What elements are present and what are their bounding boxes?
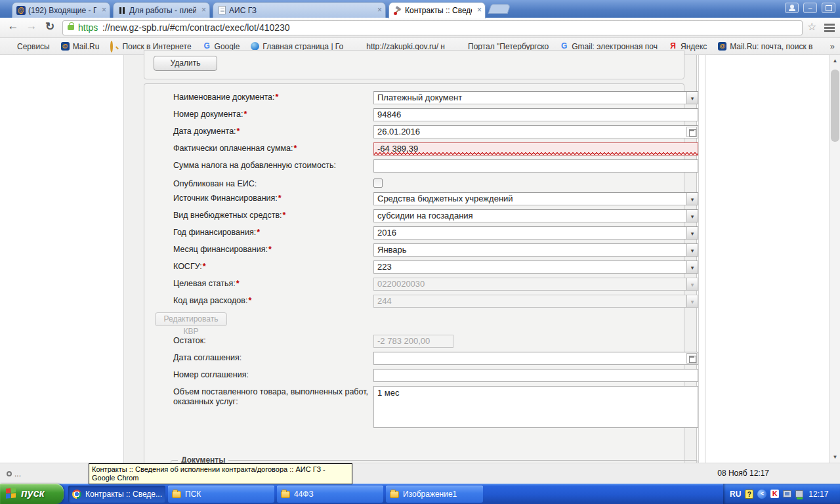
scrollbar-thumb[interactable]	[831, 70, 839, 142]
mailru-at-icon: @	[718, 42, 726, 51]
document-date-input[interactable]: 26.01.2016	[373, 125, 698, 138]
address-bar[interactable]: https ://new.gz-spb.ru/#cm/contract/exec…	[62, 20, 803, 35]
minimize-button[interactable]: –	[803, 3, 817, 13]
extrabudget-type-select[interactable]: субсидии на госзадания ▾	[373, 209, 698, 222]
bookmark-mailru[interactable]: @ Mail.Ru	[61, 42, 100, 51]
scroll-down-icon[interactable]: ▼	[830, 454, 840, 460]
new-tab-button[interactable]	[488, 4, 511, 14]
tab-title: Контракты :: Сведения об	[405, 6, 472, 15]
document-number-input[interactable]: 94846	[373, 108, 698, 121]
back-icon[interactable]: ←	[5, 20, 21, 33]
field-label: Сумма налога на добавленную стоимость:	[173, 161, 336, 170]
field-label: Дата соглашения:	[173, 353, 242, 362]
url-text: ://new.gz-spb.ru/#cm/contract/exec/lot/4…	[102, 21, 290, 35]
folder-icon	[390, 491, 399, 498]
forward-icon[interactable]: →	[24, 20, 39, 33]
taskbar-item-psk[interactable]: ПСК	[168, 486, 274, 503]
funding-year-select[interactable]: 2016 ▾	[373, 226, 698, 240]
tray-expand-icon[interactable]: <	[757, 490, 766, 499]
form-row: Месяц финансирования:* Январь ▾	[144, 243, 718, 258]
language-indicator[interactable]: RU	[730, 490, 741, 499]
close-icon[interactable]: ×	[201, 5, 206, 14]
padlock-icon	[68, 25, 74, 30]
chevron-down-icon[interactable]: ▾	[686, 244, 698, 256]
agreement-date-input[interactable]	[373, 352, 698, 365]
volume-icon[interactable]	[795, 490, 803, 497]
form-row: Дата документа:* 26.01.2016	[144, 125, 718, 140]
chevron-down-icon: ▾	[686, 295, 698, 307]
clock[interactable]: 12:17	[808, 490, 828, 499]
help-tray-icon[interactable]: ?	[745, 490, 753, 499]
menu-icon[interactable]	[824, 24, 835, 26]
funding-month-select[interactable]: Январь ▾	[373, 243, 698, 257]
volume-textarea[interactable]: 1 мес	[373, 386, 698, 428]
page-scrollbar[interactable]: ▲ ▼	[829, 55, 840, 463]
chevron-down-icon[interactable]: ▾	[686, 227, 698, 239]
tab-title: АИС ГЗ	[229, 6, 372, 15]
field-label: Номер соглашения:	[173, 370, 249, 379]
apps-grid-icon	[5, 42, 14, 51]
form-row: Номер документа:* 94846	[144, 108, 718, 123]
kosgu-select[interactable]: 223 ▾	[373, 261, 698, 274]
kaspersky-icon[interactable]: K	[770, 490, 779, 498]
close-icon[interactable]: ×	[377, 5, 382, 14]
delete-button[interactable]: Удалить	[154, 56, 217, 71]
form-row: Дата соглашения:	[144, 352, 718, 366]
taskbar: пуск Контракты :: Сведе... ПСК 44ФЗ Изоб…	[0, 484, 840, 504]
windows-flag-icon	[6, 488, 16, 499]
chevron-down-icon[interactable]: ▾	[686, 193, 698, 205]
validation-squiggle	[374, 152, 698, 156]
chevron-down-icon[interactable]: ▾	[686, 92, 698, 104]
bookmark-star-icon[interactable]: ☆	[807, 20, 816, 33]
start-button[interactable]: пуск	[0, 484, 64, 504]
form-row: Целевая статья:* 0220020030 ▾	[144, 278, 718, 292]
chevron-down-icon[interactable]: ▾	[686, 210, 698, 222]
reload-icon[interactable]: ↻	[42, 20, 58, 33]
taskbar-item-chrome[interactable]: Контракты :: Сведе...	[68, 486, 165, 503]
field-label: КОСГУ:	[173, 262, 202, 271]
document-icon	[219, 6, 226, 14]
funding-source-select[interactable]: Средства бюджетных учреждений ▾	[373, 192, 698, 205]
form-row: Фактически оплаченная сумма:* -64 389,39	[144, 142, 718, 157]
vat-amount-input[interactable]	[373, 159, 698, 173]
scroll-up-icon[interactable]: ▲	[830, 58, 840, 64]
published-eis-checkbox[interactable]	[373, 178, 383, 188]
agreement-number-input[interactable]	[373, 369, 698, 382]
form-row: Код вида расходов:* 244 ▾	[144, 295, 718, 309]
calendar-icon[interactable]	[686, 127, 697, 137]
required-marker: *	[243, 110, 247, 119]
close-icon[interactable]: ×	[102, 5, 106, 14]
form-row: Источник Финансирования:* Средства бюдже…	[144, 192, 718, 207]
required-marker: *	[268, 245, 272, 254]
calendar-icon[interactable]	[686, 353, 697, 364]
bookmark-mailru-search[interactable]: @ Mail.Ru: почта, поиск в	[718, 42, 812, 51]
balance-input: -2 783 200,00	[373, 335, 453, 348]
document-name-select[interactable]: Платежный документ ▾	[373, 91, 698, 104]
payment-form-panel: Наименование документа:* Платежный докум…	[144, 83, 684, 463]
field-label: Год финансирования:	[173, 228, 256, 237]
maximize-button[interactable]	[822, 3, 835, 13]
folder-icon	[281, 491, 290, 498]
profile-icon[interactable]	[785, 3, 799, 13]
taskbar-item-image1[interactable]: Изображение1	[386, 486, 483, 503]
tab-playlist[interactable]: Для работы - плейлист на ×	[113, 2, 210, 18]
gavel-icon	[393, 6, 402, 15]
taskbar-item-44fz[interactable]: 44ФЗ	[277, 486, 383, 503]
url-scheme: https	[78, 21, 98, 35]
network-icon[interactable]	[783, 490, 791, 497]
tab-ais-gz[interactable]: АИС ГЗ ×	[213, 2, 386, 18]
tab-mail-inbox[interactable]: @ (192) Входящие - Почта Ма ×	[12, 2, 110, 18]
close-icon[interactable]: ×	[477, 5, 482, 14]
chevron-down-icon[interactable]: ▾	[686, 261, 698, 273]
field-label: Источник Финансирования:	[173, 194, 278, 203]
bookmark-services[interactable]: Сервисы	[5, 42, 50, 51]
form-row: Наименование документа:* Платежный докум…	[144, 91, 718, 106]
folder-icon	[172, 491, 181, 498]
pause-icon	[117, 6, 127, 15]
field-label: Номер документа:	[173, 110, 243, 119]
tab-contracts-active[interactable]: Контракты :: Сведения об ×	[388, 2, 486, 18]
paid-amount-input[interactable]: -64 389,39	[373, 142, 698, 156]
field-label: Опубликован на ЕИС:	[173, 179, 257, 188]
desktop: @ (192) Входящие - Почта Ма × Для работы…	[0, 0, 840, 504]
bookmarks-overflow-icon[interactable]: »	[830, 41, 835, 51]
